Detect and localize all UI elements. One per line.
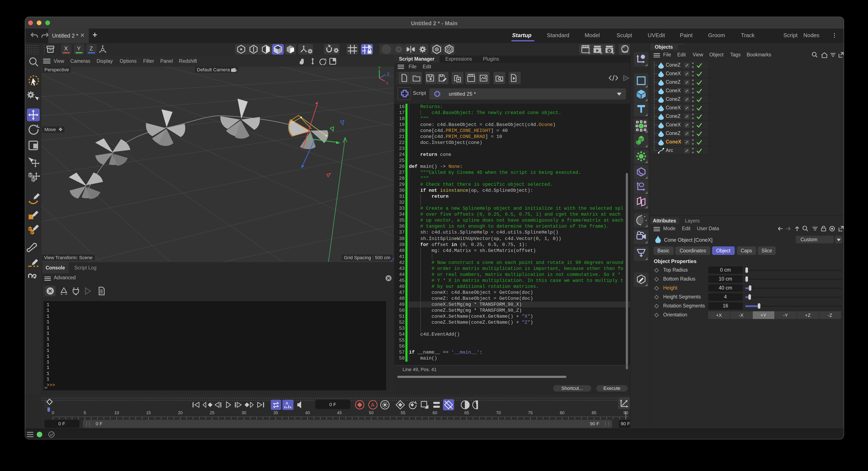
svg-text:30: 30 [242, 410, 246, 415]
svg-text:20: 20 [178, 410, 183, 415]
svg-text:Z: Z [387, 72, 390, 76]
svg-text:45: 45 [337, 410, 342, 415]
svg-text:A: A [285, 401, 288, 405]
svg-text:55: 55 [401, 410, 405, 415]
svg-text:40: 40 [305, 410, 310, 415]
svg-text:25: 25 [210, 410, 214, 415]
svg-text:50: 50 [369, 410, 374, 415]
svg-text:35: 35 [273, 410, 278, 415]
svg-text:60: 60 [433, 410, 437, 415]
svg-text:5: 5 [84, 410, 86, 415]
svg-text:85: 85 [592, 410, 596, 415]
svg-text:Y: Y [378, 67, 381, 70]
svg-text:0: 0 [52, 410, 54, 415]
svg-text:70: 70 [496, 410, 501, 415]
svg-text:75: 75 [528, 410, 533, 415]
svg-text:A: A [371, 402, 374, 408]
svg-text:65: 65 [464, 410, 469, 415]
svg-text:X: X [386, 81, 388, 85]
svg-text:80: 80 [560, 410, 564, 415]
svg-text:A: A [447, 47, 450, 52]
svg-text:15: 15 [146, 410, 151, 415]
svg-text:10: 10 [114, 410, 119, 415]
